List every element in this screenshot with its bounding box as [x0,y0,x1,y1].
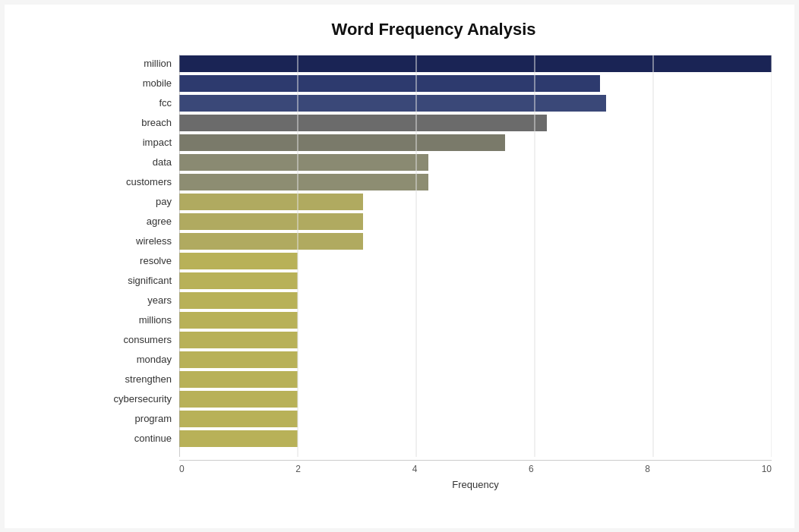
bar-row: wireless [179,232,772,250]
x-axis: 0246810 Frequency [179,460,772,490]
bar-label: wireless [96,235,179,247]
bar-label: resolve [96,255,179,266]
bar [179,430,298,447]
bar [179,391,298,408]
x-tick: 8 [645,464,650,474]
bar-row: customers [179,173,772,191]
bar-label: significant [96,275,179,286]
bar [179,55,772,72]
bar-label: fcc [96,97,179,109]
bar-row: cybersecurity [179,390,772,408]
bar [179,154,428,171]
bar [179,332,298,348]
bar [179,371,298,388]
bar [179,75,600,92]
bar [179,292,298,309]
chart-container: Word Frequency Analysis millionmobilefcc… [5,5,794,528]
bar-row: fcc [179,94,772,112]
bar-label: agree [96,216,179,227]
bar [179,174,428,190]
bar [179,312,298,329]
bar-label: consumers [96,334,179,345]
bar-row: resolve [179,252,772,270]
chart-inner: millionmobilefccbreachimpactdatacustomer… [179,55,772,490]
bar-row: millions [179,311,772,329]
bar [179,194,363,210]
bar-row: million [179,55,772,73]
bar [179,253,298,269]
bar [179,351,298,368]
x-axis-label: Frequency [179,479,772,490]
bar [179,95,606,112]
bar-label: mobile [96,77,179,89]
bar-row: impact [179,134,772,152]
bar-label: cybersecurity [96,393,179,405]
bar-row: mobile [179,74,772,93]
bar-label: pay [96,196,179,207]
x-tick: 2 [295,464,301,474]
bar-row: continue [179,430,772,448]
bar [179,233,363,250]
bar-label: continue [96,433,179,444]
bar-row: breach [179,114,772,132]
x-tick: 4 [412,464,418,474]
bar-label: breach [96,117,179,128]
bar [179,115,547,131]
bar-row: years [179,291,772,310]
bar-label: customers [96,176,179,187]
bar-row: significant [179,272,772,290]
bars-section: millionmobilefccbreachimpactdatacustomer… [179,55,772,457]
bar-label: monday [96,354,179,365]
bar [179,213,363,230]
x-ticks: 0246810 [179,464,772,474]
bar [179,134,505,151]
bar-row: agree [179,212,772,231]
bar-label: data [96,156,179,168]
bar-label: million [96,58,179,69]
bar-label: strengthen [96,373,179,385]
bar-label: program [96,413,179,424]
bar-row: consumers [179,331,772,349]
chart-title: Word Frequency Analysis [96,20,772,39]
bar-row: monday [179,351,772,369]
bar-row: strengthen [179,370,772,389]
bar-row: data [179,153,772,172]
bar-row: program [179,410,772,428]
x-axis-line [179,460,772,461]
bar-label: impact [96,137,179,148]
x-tick: 6 [529,464,534,474]
bar [179,272,298,289]
x-tick: 0 [179,464,185,474]
x-tick: 10 [762,464,772,474]
bar-label: years [96,294,179,306]
bar-row: pay [179,193,772,211]
bar-label: millions [96,314,179,326]
bar [179,411,298,427]
